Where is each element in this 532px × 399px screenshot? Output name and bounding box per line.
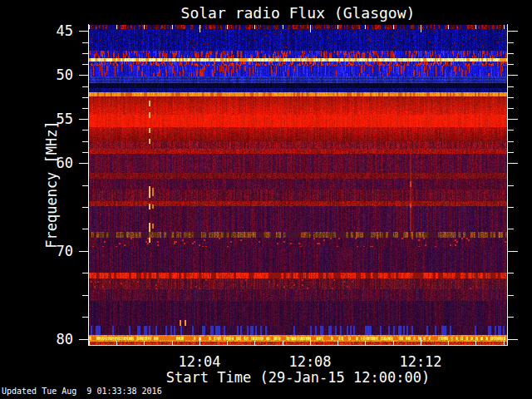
- y-tick-label: 60: [25, 155, 73, 171]
- y-axis-label: Frequency [MHz]: [43, 121, 60, 249]
- y-tick-label: 80: [25, 331, 73, 347]
- chart-title: Solar radio Flux (Glasgow): [89, 4, 507, 22]
- x-tick-label: 12:04: [166, 353, 233, 370]
- spectrogram-canvas: [79, 23, 518, 347]
- y-tick-label: 45: [25, 22, 73, 39]
- x-axis-label: Start Time (29-Jan-15 12:00:00): [89, 369, 507, 386]
- spectrogram-window: Solar radio Flux (Glasgow) Frequency [MH…: [0, 0, 532, 399]
- update-timestamp: Updated Tue Aug 9 01:33:38 2016: [2, 387, 162, 396]
- x-tick-label: 12:08: [277, 353, 343, 370]
- y-tick-label: 70: [25, 243, 73, 259]
- y-tick-label: 50: [25, 66, 73, 83]
- x-tick-label: 12:12: [387, 353, 454, 370]
- y-tick-label: 55: [25, 111, 73, 127]
